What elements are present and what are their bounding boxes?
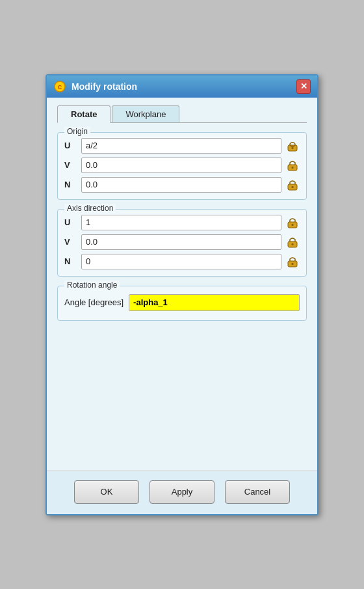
rotation-angle-group: Rotation angle Angle [degrees] bbox=[57, 286, 307, 321]
origin-v-row: V bbox=[64, 158, 300, 173]
axis-n-label: N bbox=[64, 256, 77, 266]
modify-rotation-dialog: C Modify rotation ✕ Rotate Workplane Ori… bbox=[46, 74, 318, 515]
tab-workplane[interactable]: Workplane bbox=[112, 105, 179, 122]
rotation-group-label: Rotation angle bbox=[64, 281, 120, 290]
close-button[interactable]: ✕ bbox=[296, 79, 311, 94]
apply-button[interactable]: Apply bbox=[150, 480, 214, 504]
origin-v-label: V bbox=[64, 160, 77, 170]
origin-group: Origin U V bbox=[57, 132, 307, 200]
footer: OK Apply Cancel bbox=[47, 471, 317, 514]
origin-u-row: U bbox=[64, 138, 300, 154]
origin-group-label: Origin bbox=[64, 127, 90, 136]
axis-n-lock[interactable] bbox=[285, 254, 300, 269]
tab-bar: Rotate Workplane bbox=[57, 105, 307, 123]
origin-n-lock[interactable] bbox=[285, 178, 300, 192]
origin-u-lock[interactable] bbox=[285, 139, 300, 153]
cancel-button[interactable]: Cancel bbox=[225, 480, 290, 504]
axis-direction-group: Axis direction U V bbox=[57, 209, 307, 277]
svg-rect-4 bbox=[292, 147, 294, 149]
origin-v-input[interactable] bbox=[81, 158, 281, 173]
origin-v-lock[interactable] bbox=[285, 158, 300, 172]
angle-label: Angle [degrees] bbox=[64, 297, 124, 307]
origin-n-label: N bbox=[64, 180, 77, 189]
svg-rect-8 bbox=[292, 186, 294, 188]
angle-row: Angle [degrees] bbox=[64, 292, 300, 314]
svg-text:C: C bbox=[58, 84, 62, 90]
svg-rect-6 bbox=[292, 167, 294, 169]
title-bar-left: C Modify rotation bbox=[53, 80, 137, 93]
axis-v-input[interactable] bbox=[81, 234, 281, 250]
axis-u-input[interactable] bbox=[81, 215, 281, 230]
origin-n-input[interactable] bbox=[81, 177, 281, 193]
svg-rect-10 bbox=[292, 224, 294, 226]
origin-n-row: N bbox=[64, 177, 300, 193]
axis-u-lock[interactable] bbox=[285, 215, 300, 230]
dialog-body: Rotate Workplane Origin U V bbox=[47, 98, 317, 471]
app-icon: C bbox=[53, 80, 66, 93]
axis-group-label: Axis direction bbox=[64, 204, 116, 213]
axis-v-lock[interactable] bbox=[285, 235, 300, 249]
axis-n-input[interactable] bbox=[81, 254, 281, 269]
svg-rect-14 bbox=[292, 263, 294, 265]
angle-input[interactable] bbox=[129, 294, 300, 311]
tab-rotate[interactable]: Rotate bbox=[57, 105, 110, 123]
ok-button[interactable]: OK bbox=[74, 480, 139, 504]
axis-u-row: U bbox=[64, 215, 300, 230]
spacer bbox=[57, 330, 307, 460]
axis-v-row: V bbox=[64, 234, 300, 250]
svg-rect-12 bbox=[292, 243, 294, 245]
axis-n-row: N bbox=[64, 254, 300, 269]
origin-u-input[interactable] bbox=[81, 138, 281, 154]
origin-u-label: U bbox=[64, 141, 77, 150]
axis-u-label: U bbox=[64, 217, 77, 227]
axis-v-label: V bbox=[64, 237, 77, 247]
dialog-title: Modify rotation bbox=[72, 81, 137, 92]
title-bar: C Modify rotation ✕ bbox=[47, 75, 317, 98]
